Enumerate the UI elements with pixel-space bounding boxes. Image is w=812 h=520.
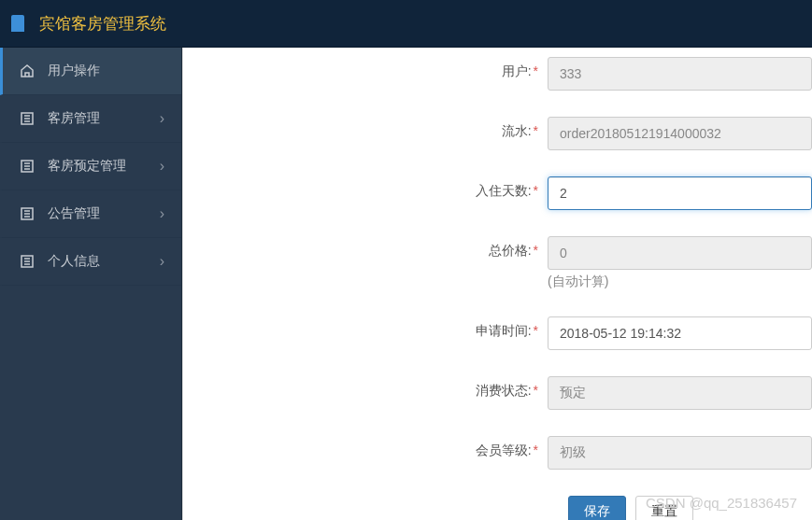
sidebar-item-label: 公告管理 bbox=[48, 205, 100, 222]
form-row-level: 会员等级:* bbox=[183, 436, 812, 470]
sidebar-item-room-manage[interactable]: 客房管理 › bbox=[0, 95, 181, 143]
list-icon bbox=[20, 159, 35, 174]
days-input[interactable] bbox=[548, 176, 812, 210]
app-title: 宾馆客房管理系统 bbox=[39, 13, 166, 35]
folder-icon bbox=[11, 15, 24, 32]
days-label: 入住天数:* bbox=[183, 176, 548, 200]
total-label: 总价格:* bbox=[183, 236, 548, 260]
level-label: 会员等级:* bbox=[183, 436, 548, 459]
chevron-right-icon: › bbox=[160, 253, 164, 270]
sidebar-item-notice-manage[interactable]: 公告管理 › bbox=[0, 190, 181, 238]
applytime-label: 申请时间:* bbox=[183, 316, 548, 340]
save-button[interactable]: 保存 bbox=[568, 496, 626, 520]
required-mark: * bbox=[534, 323, 538, 338]
chevron-right-icon: › bbox=[160, 205, 164, 222]
sidebar: 用户操作 客房管理 › 客房预定管理 › 公告管理 › bbox=[0, 48, 182, 520]
home-icon bbox=[20, 63, 35, 78]
user-label: 用户:* bbox=[183, 57, 548, 80]
form: 用户:* 流水:* 入住天数:* 总价格:* bbox=[183, 48, 812, 520]
form-row-serial: 流水:* bbox=[183, 117, 812, 150]
applytime-input[interactable] bbox=[548, 316, 812, 350]
required-mark: * bbox=[534, 123, 538, 138]
total-helper: (自动计算) bbox=[548, 274, 812, 290]
sidebar-item-label: 客房预定管理 bbox=[48, 158, 126, 175]
required-mark: * bbox=[534, 383, 538, 398]
serial-input bbox=[548, 117, 812, 150]
form-row-total: 总价格:* (自动计算) bbox=[183, 236, 812, 290]
form-row-days: 入住天数:* bbox=[183, 176, 812, 210]
list-icon bbox=[20, 254, 35, 269]
required-mark: * bbox=[534, 243, 538, 258]
sidebar-item-booking-manage[interactable]: 客房预定管理 › bbox=[0, 143, 181, 190]
required-mark: * bbox=[534, 183, 538, 198]
list-icon bbox=[20, 206, 35, 221]
chevron-right-icon: › bbox=[160, 110, 164, 127]
user-input bbox=[548, 57, 812, 91]
sidebar-item-user-operations[interactable]: 用户操作 bbox=[0, 48, 181, 95]
sidebar-item-label: 客房管理 bbox=[48, 110, 100, 127]
app-header: 宾馆客房管理系统 bbox=[0, 0, 812, 48]
level-input bbox=[548, 436, 812, 470]
status-label: 消费状态:* bbox=[183, 376, 548, 400]
main-content: 用户:* 流水:* 入住天数:* 总价格:* bbox=[182, 48, 812, 520]
form-row-user: 用户:* bbox=[183, 57, 812, 91]
required-mark: * bbox=[534, 443, 538, 457]
form-row-status: 消费状态:* bbox=[183, 376, 812, 410]
serial-label: 流水:* bbox=[183, 117, 548, 140]
watermark: CSDN @qq_251836457 bbox=[646, 495, 797, 511]
total-input bbox=[548, 236, 812, 270]
required-mark: * bbox=[534, 63, 538, 78]
sidebar-item-label: 个人信息 bbox=[48, 253, 100, 270]
chevron-right-icon: › bbox=[160, 158, 164, 175]
sidebar-item-label: 用户操作 bbox=[48, 63, 100, 79]
status-input bbox=[548, 376, 812, 410]
sidebar-item-profile[interactable]: 个人信息 › bbox=[0, 238, 181, 286]
list-icon bbox=[20, 111, 35, 126]
form-row-applytime: 申请时间:* bbox=[183, 316, 812, 350]
